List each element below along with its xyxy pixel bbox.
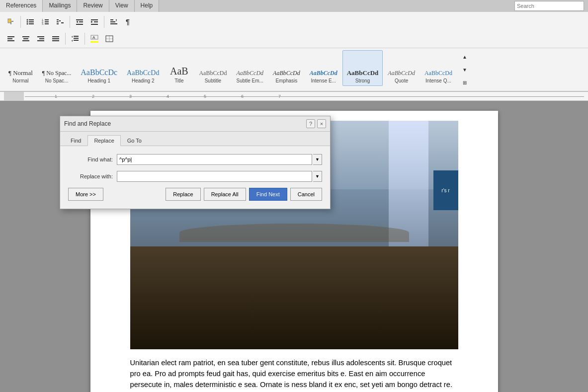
separator-5 — [84, 33, 85, 45]
dialog-tab-replace-label: Replace — [94, 138, 114, 144]
multilevel-list-btn[interactable] — [53, 15, 67, 28]
format-painter-btn[interactable] — [4, 15, 18, 28]
svg-rect-46 — [74, 40, 79, 41]
style-emphasis[interactable]: AaBbCcDd Emphasis — [268, 50, 305, 86]
align-left-btn[interactable] — [4, 32, 18, 45]
tab-mailings[interactable]: Mailings — [43, 0, 77, 12]
tab-references[interactable]: References — [0, 0, 43, 12]
svg-rect-36 — [23, 38, 28, 39]
style-quote[interactable]: AaBbCcDd Quote — [383, 50, 420, 86]
dialog-titlebar[interactable]: Find and Replace ? × — [60, 116, 330, 132]
svg-rect-10 — [45, 19, 49, 20]
sort-btn[interactable] — [107, 15, 121, 28]
search-box — [510, 0, 588, 12]
justify-btn[interactable] — [49, 32, 63, 45]
dialog-help-btn[interactable]: ? — [306, 119, 315, 128]
ruler-mark-1: 1 — [55, 94, 57, 99]
replace-btn[interactable]: Replace — [166, 188, 200, 201]
ruler: 1 2 3 4 5 6 7 — [0, 92, 588, 101]
style-quote-label: Quote — [395, 78, 408, 83]
find-what-dropdown-btn[interactable]: ▼ — [313, 154, 322, 165]
svg-rect-19 — [61, 22, 64, 23]
svg-rect-4 — [29, 19, 34, 20]
svg-point-7 — [27, 23, 28, 25]
tab-help[interactable]: Help — [135, 0, 160, 12]
find-what-input[interactable] — [117, 154, 312, 165]
pilcrow-btn[interactable]: ¶ — [122, 15, 134, 28]
replace-all-btn[interactable]: Replace All — [204, 188, 246, 201]
style-intense-e-preview: AaBbCcDd — [310, 70, 337, 77]
svg-rect-35 — [22, 36, 29, 37]
tab-view[interactable]: View — [109, 0, 135, 12]
replace-with-input[interactable] — [117, 171, 312, 182]
align-right-btn[interactable] — [34, 32, 48, 45]
svg-rect-40 — [37, 40, 44, 41]
ruler-mark-6: 6 — [241, 94, 244, 99]
find-what-label: Find what: — [68, 157, 113, 162]
style-emphasis-preview: AaBbCcDd — [273, 70, 300, 77]
separator-4 — [65, 33, 66, 45]
style-intense-q-label: Intense Q... — [425, 78, 451, 83]
style-subtitle-preview: AaBbCcDd — [199, 70, 227, 77]
cancel-btn[interactable]: Cancel — [290, 188, 322, 201]
style-emphasis-label: Emphasis — [275, 78, 297, 83]
shading-color-bar — [90, 41, 98, 43]
bullets-btn[interactable] — [23, 15, 37, 28]
styles-scroll-down-btn[interactable]: ▼ — [459, 63, 471, 76]
align-center-btn[interactable] — [19, 32, 33, 45]
style-subtle-em[interactable]: AaBbCcDd Subtle Em... — [232, 50, 268, 86]
style-title[interactable]: AaB Title — [164, 50, 194, 86]
dialog-tab-find[interactable]: Find — [64, 135, 87, 146]
decrease-indent-btn[interactable] — [73, 15, 86, 28]
style-heading2[interactable]: AaBbCcDd Heading 2 — [122, 50, 164, 86]
style-normal-preview: ¶ Normal — [8, 69, 33, 77]
more-btn[interactable]: More >> — [68, 188, 103, 201]
style-strong[interactable]: AaBbCcDd Strong — [342, 50, 383, 86]
svg-rect-24 — [91, 19, 98, 20]
dialog-tab-replace[interactable]: Replace — [87, 135, 120, 146]
doc-paragraph-1: Unitarian elect ram patriot, en sea tube… — [130, 357, 458, 392]
style-subtle-em-preview: AaBbCcDd — [236, 70, 263, 77]
dialog-close-btn[interactable]: × — [317, 119, 326, 128]
dialog-tab-goto[interactable]: Go To — [121, 135, 148, 146]
document-body: r's r Unitarian elect ram patriot, en se… — [0, 101, 588, 392]
dialog-tabs: Find Replace Go To — [60, 132, 330, 146]
svg-rect-31 — [110, 23, 117, 24]
style-normal-label: Normal — [12, 78, 28, 83]
line-spacing-btn[interactable] — [68, 32, 82, 45]
style-intense-q[interactable]: AaBbCcDd Intense Q... — [420, 50, 457, 86]
styles-scroll-up-btn[interactable]: ▲ — [459, 50, 471, 63]
find-what-input-wrapper: ▼ — [117, 154, 322, 165]
svg-rect-34 — [7, 40, 14, 41]
increase-indent-btn[interactable] — [87, 15, 101, 28]
styles-expand-btn[interactable]: ⊞ — [459, 76, 471, 89]
style-no-space-preview: ¶ No Spac... — [42, 70, 71, 77]
borders-btn[interactable] — [102, 32, 116, 45]
search-input[interactable] — [514, 1, 584, 11]
dialog-tab-goto-label: Go To — [127, 138, 142, 144]
find-next-btn[interactable]: Find Next — [249, 188, 287, 201]
shading-btn[interactable]: A — [87, 32, 101, 45]
replace-with-field: Replace with: ▼ — [68, 171, 322, 182]
dialog-controls: ? × — [306, 119, 326, 128]
numbering-btn[interactable]: 1.2.3. — [38, 15, 52, 28]
style-heading1[interactable]: AaBbCcDc Heading 1 — [76, 50, 122, 86]
dialog-title: Find and Replace — [64, 120, 111, 127]
style-no-space[interactable]: ¶ No Spac... No Spac... — [38, 50, 76, 86]
replace-with-dropdown-btn[interactable]: ▼ — [313, 171, 322, 182]
style-intense-e[interactable]: AaBbCcDd Intense E... — [305, 50, 342, 86]
style-normal[interactable]: ¶ Normal Normal — [4, 50, 37, 86]
svg-rect-1 — [10, 22, 11, 24]
svg-rect-39 — [39, 38, 44, 39]
svg-rect-38 — [37, 36, 44, 37]
tab-review[interactable]: Review — [77, 0, 109, 12]
svg-rect-27 — [91, 24, 98, 25]
svg-marker-48 — [72, 40, 73, 42]
style-heading2-preview: AaBbCcDd — [127, 69, 159, 77]
svg-rect-20 — [76, 19, 83, 20]
style-title-label: Title — [174, 78, 184, 83]
style-subtitle[interactable]: AaBbCcDd Subtitle — [194, 50, 231, 86]
ruler-mark-7: 7 — [278, 94, 281, 99]
style-heading1-preview: AaBbCcDc — [81, 68, 117, 77]
ruler-mark-5: 5 — [204, 94, 206, 99]
